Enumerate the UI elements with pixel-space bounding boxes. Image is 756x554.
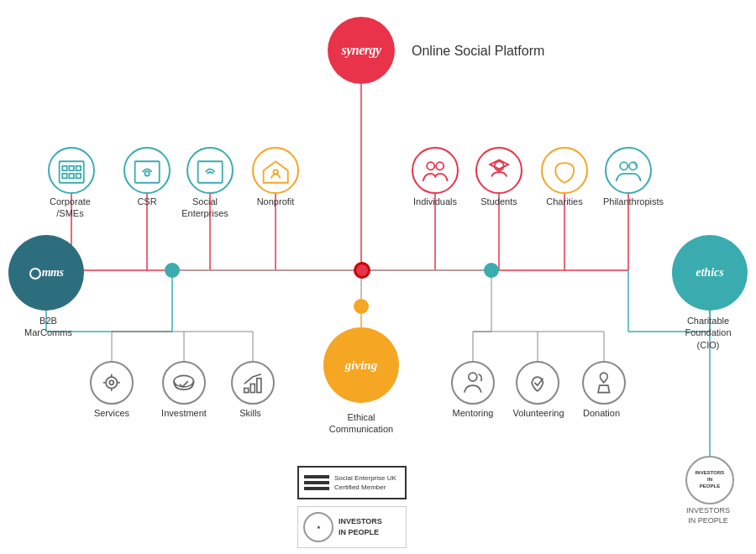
individuals-node [412,147,459,194]
mentoring-node [451,361,495,405]
csr-node [123,147,171,194]
synergy-label: synergy [341,43,381,58]
svg-rect-33 [59,161,83,182]
se-node [186,147,234,194]
volunt-label: Volunteering [507,407,570,419]
svg-point-44 [427,162,434,170]
comms-node: mms [8,235,84,311]
iip-ethics-label: INVESTORSIN PEOPLE [666,506,750,525]
platform-label: Online Social Platform [412,44,544,59]
iip-badge: ★ INVESTORSIN PEOPLE [297,506,407,548]
svg-rect-36 [76,166,80,170]
corp-label: Corporate/SMEs [39,196,102,220]
seu-badge: Social Enterprise UKCertified Member [297,466,407,499]
hub-center-node [354,262,370,279]
svg-rect-37 [62,174,66,178]
np-label: Nonprofit [247,196,304,207]
giving-node: giving [323,327,399,403]
charities-node [541,147,588,194]
svg-rect-34 [62,166,66,170]
services-label: Services [87,407,137,419]
svg-point-50 [109,380,113,384]
hub-right-node [484,263,499,278]
services-node [90,361,134,405]
svg-rect-38 [69,174,73,178]
mentor-label: Mentoring [445,407,501,419]
ethics-sublabel: CharitableFoundation(CIO) [666,315,750,351]
svg-rect-53 [250,384,255,393]
donation-node [582,361,626,405]
svg-rect-52 [244,389,249,393]
invest-label: Investment [156,407,212,419]
svg-point-41 [144,171,149,175]
phil-label: Philanthropists [596,196,670,207]
seu-label: Social Enterprise UKCertified Member [334,473,396,492]
stu-label: Students [470,196,528,207]
svg-rect-35 [69,166,73,170]
giving-label: EthicalCommunication [311,411,412,436]
ethics-label: ethics [696,266,723,280]
investment-node [162,361,206,405]
diagram: synergy Online Social Platform Corporate… [0,0,756,554]
skills-node [231,361,275,405]
ethics-node: ethics [672,235,748,311]
students-node [475,147,522,194]
corporate-node [48,147,95,194]
ind-label: Individuals [405,196,465,207]
svg-point-47 [620,162,627,170]
char-label: Charities [534,196,595,207]
svg-point-43 [273,170,277,174]
comms-label: B2BMarComms [13,315,84,339]
csr-label: CSR [123,196,171,207]
svg-point-45 [436,162,444,170]
iip-ethics-badge: INVESTORSINPEOPLE [685,456,734,504]
svg-point-49 [106,377,117,388]
iip-center-label: INVESTORSIN PEOPLE [339,516,382,537]
hub-left-node [165,263,180,278]
np-node [252,147,299,194]
hub-bottom-node [354,299,369,314]
volunteering-node [516,361,559,405]
skills-label: Skills [225,407,276,419]
svg-point-55 [469,373,477,381]
synergy-node: synergy [328,17,395,84]
phil-node [605,147,652,194]
se-label: SocialEnterprises [176,196,234,220]
svg-rect-39 [76,174,80,178]
svg-rect-54 [257,379,261,393]
donat-label: Donation [576,407,627,419]
